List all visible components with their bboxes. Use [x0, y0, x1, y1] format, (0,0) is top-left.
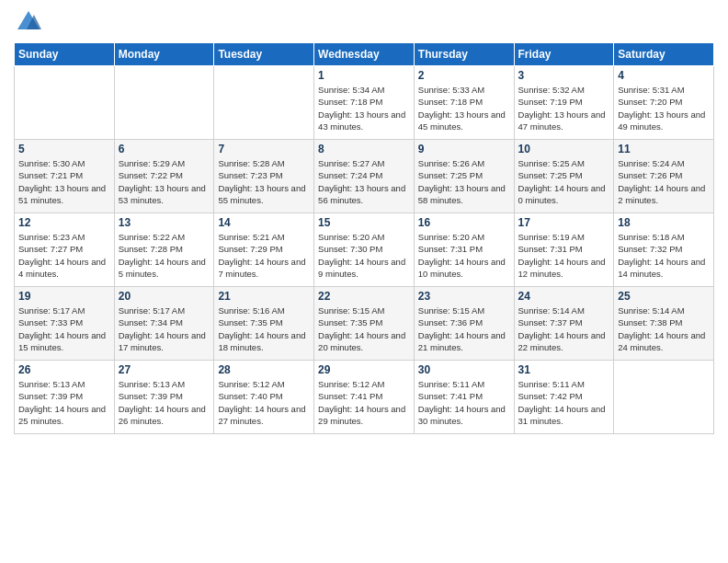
day-info: Sunrise: 5:33 AMSunset: 7:18 PMDaylight:… [418, 84, 510, 132]
logo [14, 9, 41, 35]
day-info: Sunrise: 5:11 AMSunset: 7:41 PMDaylight:… [418, 378, 510, 427]
day-info: Sunrise: 5:20 AMSunset: 7:30 PMDaylight:… [318, 231, 410, 280]
calendar-cell: 6Sunrise: 5:29 AMSunset: 7:22 PMDaylight… [114, 140, 214, 213]
day-info: Sunrise: 5:25 AMSunset: 7:25 PMDaylight:… [518, 157, 610, 206]
day-info: Sunrise: 5:19 AMSunset: 7:31 PMDaylight:… [518, 231, 610, 280]
day-number: 26 [18, 363, 110, 376]
calendar-cell: 15Sunrise: 5:20 AMSunset: 7:30 PMDayligh… [314, 213, 415, 287]
page-container: SundayMondayTuesdayWednesdayThursdayFrid… [0, 0, 728, 443]
calendar-week-2: 5Sunrise: 5:30 AMSunset: 7:21 PMDaylight… [15, 140, 714, 213]
day-info: Sunrise: 5:22 AMSunset: 7:28 PMDaylight:… [119, 231, 210, 280]
day-number: 12 [18, 216, 110, 229]
calendar-cell: 27Sunrise: 5:13 AMSunset: 7:39 PMDayligh… [114, 361, 214, 434]
day-info: Sunrise: 5:30 AMSunset: 7:21 PMDaylight:… [18, 157, 110, 206]
calendar-cell: 1Sunrise: 5:34 AMSunset: 7:18 PMDaylight… [314, 66, 415, 140]
day-number: 13 [119, 216, 210, 229]
day-number: 20 [119, 290, 210, 303]
day-info: Sunrise: 5:12 AMSunset: 7:40 PMDaylight:… [218, 378, 310, 427]
day-number: 22 [318, 290, 410, 303]
calendar-cell: 19Sunrise: 5:17 AMSunset: 7:33 PMDayligh… [15, 287, 115, 361]
calendar-cell: 12Sunrise: 5:23 AMSunset: 7:27 PMDayligh… [15, 213, 115, 287]
weekday-header-thursday: Thursday [414, 43, 514, 66]
day-number: 21 [218, 290, 310, 303]
day-number: 3 [518, 69, 610, 82]
calendar-cell: 22Sunrise: 5:15 AMSunset: 7:35 PMDayligh… [314, 287, 415, 361]
weekday-header-wednesday: Wednesday [314, 43, 415, 66]
calendar-table: SundayMondayTuesdayWednesdayThursdayFrid… [14, 42, 714, 434]
calendar-week-5: 26Sunrise: 5:13 AMSunset: 7:39 PMDayligh… [15, 361, 714, 434]
day-number: 10 [518, 143, 610, 155]
calendar-cell [614, 361, 714, 434]
day-number: 7 [218, 143, 310, 155]
weekday-header-monday: Monday [114, 43, 214, 66]
day-number: 4 [618, 69, 710, 82]
calendar-cell: 11Sunrise: 5:24 AMSunset: 7:26 PMDayligh… [614, 140, 714, 213]
day-number: 9 [418, 143, 510, 155]
page-header [14, 9, 714, 35]
calendar-cell: 23Sunrise: 5:15 AMSunset: 7:36 PMDayligh… [414, 287, 514, 361]
day-number: 25 [618, 290, 710, 303]
day-info: Sunrise: 5:20 AMSunset: 7:31 PMDaylight:… [418, 231, 510, 280]
calendar-cell: 14Sunrise: 5:21 AMSunset: 7:29 PMDayligh… [214, 213, 314, 287]
calendar-cell: 4Sunrise: 5:31 AMSunset: 7:20 PMDaylight… [614, 66, 714, 140]
calendar-cell: 9Sunrise: 5:26 AMSunset: 7:25 PMDaylight… [414, 140, 514, 213]
day-info: Sunrise: 5:13 AMSunset: 7:39 PMDaylight:… [18, 378, 110, 427]
calendar-cell: 29Sunrise: 5:12 AMSunset: 7:41 PMDayligh… [314, 361, 415, 434]
calendar-cell: 3Sunrise: 5:32 AMSunset: 7:19 PMDaylight… [514, 66, 614, 140]
day-info: Sunrise: 5:21 AMSunset: 7:29 PMDaylight:… [218, 231, 310, 280]
calendar-cell: 18Sunrise: 5:18 AMSunset: 7:32 PMDayligh… [614, 213, 714, 287]
day-number: 2 [418, 69, 510, 82]
calendar-cell: 20Sunrise: 5:17 AMSunset: 7:34 PMDayligh… [114, 287, 214, 361]
day-info: Sunrise: 5:11 AMSunset: 7:42 PMDaylight:… [518, 378, 610, 427]
day-number: 14 [218, 216, 310, 229]
day-number: 30 [418, 363, 510, 376]
calendar-cell: 30Sunrise: 5:11 AMSunset: 7:41 PMDayligh… [414, 361, 514, 434]
day-number: 6 [119, 143, 210, 155]
day-info: Sunrise: 5:12 AMSunset: 7:41 PMDaylight:… [318, 378, 410, 427]
calendar-cell: 10Sunrise: 5:25 AMSunset: 7:25 PMDayligh… [514, 140, 614, 213]
calendar-week-1: 1Sunrise: 5:34 AMSunset: 7:18 PMDaylight… [15, 66, 714, 140]
day-info: Sunrise: 5:17 AMSunset: 7:33 PMDaylight:… [18, 304, 110, 353]
day-info: Sunrise: 5:34 AMSunset: 7:18 PMDaylight:… [318, 84, 410, 132]
calendar-cell: 25Sunrise: 5:14 AMSunset: 7:38 PMDayligh… [614, 287, 714, 361]
calendar-cell: 13Sunrise: 5:22 AMSunset: 7:28 PMDayligh… [114, 213, 214, 287]
calendar-cell: 7Sunrise: 5:28 AMSunset: 7:23 PMDaylight… [214, 140, 314, 213]
day-number: 27 [119, 363, 210, 376]
calendar-cell: 8Sunrise: 5:27 AMSunset: 7:24 PMDaylight… [314, 140, 415, 213]
day-number: 15 [318, 216, 410, 229]
day-number: 8 [318, 143, 410, 155]
weekday-header-row: SundayMondayTuesdayWednesdayThursdayFrid… [15, 43, 714, 66]
calendar-week-3: 12Sunrise: 5:23 AMSunset: 7:27 PMDayligh… [15, 213, 714, 287]
calendar-cell: 24Sunrise: 5:14 AMSunset: 7:37 PMDayligh… [514, 287, 614, 361]
calendar-cell: 17Sunrise: 5:19 AMSunset: 7:31 PMDayligh… [514, 213, 614, 287]
day-info: Sunrise: 5:32 AMSunset: 7:19 PMDaylight:… [518, 84, 610, 132]
calendar-cell: 26Sunrise: 5:13 AMSunset: 7:39 PMDayligh… [15, 361, 115, 434]
weekday-header-sunday: Sunday [15, 43, 115, 66]
day-info: Sunrise: 5:28 AMSunset: 7:23 PMDaylight:… [218, 157, 310, 206]
day-number: 29 [318, 363, 410, 376]
day-number: 5 [18, 143, 110, 155]
day-info: Sunrise: 5:13 AMSunset: 7:39 PMDaylight:… [119, 378, 210, 427]
day-number: 31 [518, 363, 610, 376]
calendar-cell: 2Sunrise: 5:33 AMSunset: 7:18 PMDaylight… [414, 66, 514, 140]
logo-content [14, 9, 41, 35]
day-info: Sunrise: 5:14 AMSunset: 7:38 PMDaylight:… [618, 304, 710, 353]
weekday-header-friday: Friday [514, 43, 614, 66]
day-info: Sunrise: 5:18 AMSunset: 7:32 PMDaylight:… [618, 231, 710, 280]
calendar-cell [15, 66, 115, 140]
calendar-cell [114, 66, 214, 140]
logo-icon [16, 9, 41, 35]
day-number: 28 [218, 363, 310, 376]
day-info: Sunrise: 5:17 AMSunset: 7:34 PMDaylight:… [119, 304, 210, 353]
calendar-cell [214, 66, 314, 140]
day-info: Sunrise: 5:27 AMSunset: 7:24 PMDaylight:… [318, 157, 410, 206]
weekday-header-tuesday: Tuesday [214, 43, 314, 66]
calendar-cell: 21Sunrise: 5:16 AMSunset: 7:35 PMDayligh… [214, 287, 314, 361]
day-info: Sunrise: 5:16 AMSunset: 7:35 PMDaylight:… [218, 304, 310, 353]
day-info: Sunrise: 5:23 AMSunset: 7:27 PMDaylight:… [18, 231, 110, 280]
day-number: 17 [518, 216, 610, 229]
calendar-week-4: 19Sunrise: 5:17 AMSunset: 7:33 PMDayligh… [15, 287, 714, 361]
day-number: 19 [18, 290, 110, 303]
day-number: 18 [618, 216, 710, 229]
day-number: 16 [418, 216, 510, 229]
